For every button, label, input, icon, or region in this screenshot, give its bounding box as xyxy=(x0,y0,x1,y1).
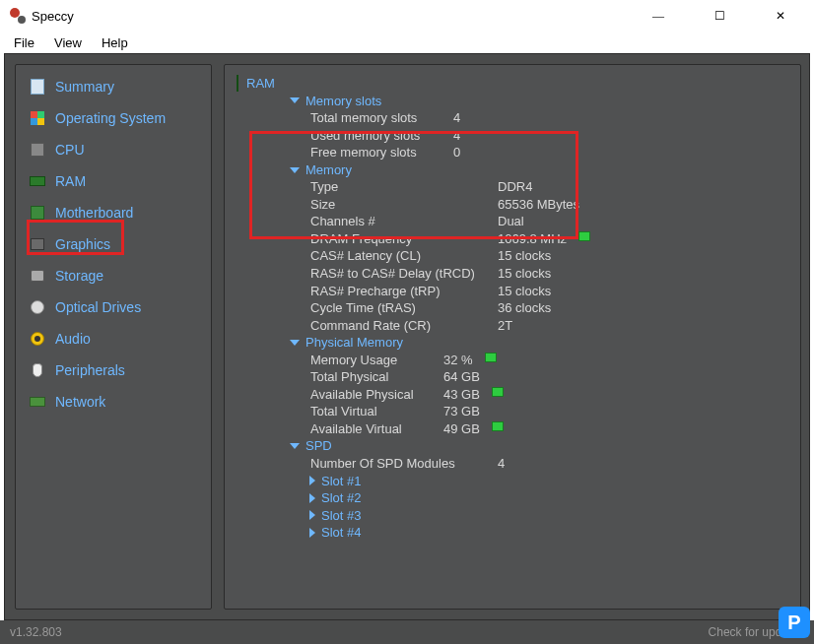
spd-slot-item[interactable]: Slot #2 xyxy=(237,489,790,507)
kv-row: Available Virtual49 GB xyxy=(237,420,790,438)
sidebar-item-label: Motherboard xyxy=(55,205,133,221)
menu-view[interactable]: View xyxy=(48,33,88,52)
kv-value: 15 clocks xyxy=(498,247,551,265)
kv-key: CAS# Latency (CL) xyxy=(310,247,498,265)
sidebar-item-label: RAM xyxy=(55,173,86,189)
ram-icon xyxy=(237,75,238,93)
kv-row: Available Physical43 GB xyxy=(237,386,790,404)
kv-value: 32 % xyxy=(443,352,473,369)
subsection-memory-slots[interactable]: Memory slots xyxy=(237,93,790,110)
peripherals-icon xyxy=(30,362,45,378)
content-panel: RAM Memory slots Total memory slots4Used… xyxy=(224,64,801,610)
kv-row: RAS# to CAS# Delay (tRCD)15 clocks xyxy=(237,265,790,283)
sidebar-item-peripherals[interactable]: Peripherals xyxy=(20,354,207,386)
indicator-icon xyxy=(485,353,497,362)
kv-key: Channels # xyxy=(310,213,498,230)
sidebar-item-storage[interactable]: Storage xyxy=(20,260,207,291)
storage-icon xyxy=(30,268,45,284)
menu-file[interactable]: File xyxy=(8,33,40,52)
sidebar-item-os[interactable]: Operating System xyxy=(20,102,207,134)
window-title: Speccy xyxy=(32,9,637,24)
sidebar-item-ram[interactable]: RAM xyxy=(20,165,207,197)
expand-arrow-icon xyxy=(290,443,300,449)
indicator-icon xyxy=(578,231,590,241)
kv-row: CAS# Latency (CL)15 clocks xyxy=(237,247,790,265)
kv-key: Total Physical xyxy=(310,368,443,386)
menu-help[interactable]: Help xyxy=(96,33,134,52)
sidebar-item-label: Peripherals xyxy=(55,362,125,378)
indicator-icon xyxy=(492,421,504,431)
sidebar-item-label: Network xyxy=(55,394,105,410)
kv-value: 0 xyxy=(453,144,460,161)
close-button[interactable]: ✕ xyxy=(759,2,802,30)
kv-key: Available Virtual xyxy=(310,420,443,438)
kv-value: 2T xyxy=(498,317,512,335)
kv-row: RAS# Precharge (tRP)15 clocks xyxy=(237,283,790,300)
kv-row: Total memory slots4 xyxy=(237,109,790,127)
sidebar-item-label: Storage xyxy=(55,268,103,284)
spd-module-count-row: Number Of SPD Modules 4 xyxy=(237,455,790,473)
sidebar-item-audio[interactable]: Audio xyxy=(20,323,207,354)
kv-key: Size xyxy=(310,196,498,214)
sidebar-item-summary[interactable]: Summary xyxy=(20,71,207,102)
collapse-arrow-icon xyxy=(309,510,315,520)
spd-slot-item[interactable]: Slot #4 xyxy=(237,524,790,542)
kv-row: DRAM Frequency1069.8 MHz xyxy=(237,230,790,248)
sidebar-item-cpu[interactable]: CPU xyxy=(20,134,207,165)
sidebar: Summary Operating System CPU RAM Motherb… xyxy=(15,64,212,610)
kv-value: 15 clocks xyxy=(498,265,551,283)
workspace: Summary Operating System CPU RAM Motherb… xyxy=(4,53,810,620)
kv-value: 4 xyxy=(453,109,460,127)
collapse-arrow-icon xyxy=(309,476,315,485)
kv-value: 15 clocks xyxy=(498,283,551,300)
section-ram[interactable]: RAM xyxy=(237,75,790,93)
sidebar-item-label: CPU xyxy=(55,142,85,158)
kv-row: Used memory slots4 xyxy=(237,127,790,145)
expand-arrow-icon xyxy=(290,167,300,173)
menubar: File View Help xyxy=(0,32,814,53)
kv-value: Dual xyxy=(498,213,524,230)
kv-key: Memory Usage xyxy=(310,352,443,369)
collapse-arrow-icon xyxy=(309,493,315,503)
os-icon xyxy=(30,110,45,126)
motherboard-icon xyxy=(30,205,45,221)
cpu-icon xyxy=(30,142,45,158)
spd-slot-item[interactable]: Slot #3 xyxy=(237,507,790,525)
summary-icon xyxy=(30,79,45,95)
kv-value: 36 clocks xyxy=(498,299,551,317)
titlebar: Speccy — ☐ ✕ xyxy=(0,0,814,32)
slot-label: Slot #4 xyxy=(321,524,361,542)
maximize-button[interactable]: ☐ xyxy=(698,2,741,30)
subsection-spd[interactable]: SPD xyxy=(237,437,790,455)
kv-value: 65536 MBytes xyxy=(498,196,579,214)
kv-value: 4 xyxy=(498,455,505,473)
subsection-label: Memory xyxy=(305,161,352,179)
kv-key: Command Rate (CR) xyxy=(310,317,498,335)
section-title: RAM xyxy=(246,75,275,93)
spd-slot-item[interactable]: Slot #1 xyxy=(237,473,790,490)
sidebar-item-motherboard[interactable]: Motherboard xyxy=(20,197,207,228)
kv-key: RAS# to CAS# Delay (tRCD) xyxy=(310,265,498,283)
network-icon xyxy=(30,394,45,410)
slot-label: Slot #2 xyxy=(321,489,361,507)
sidebar-item-label: Summary xyxy=(55,79,114,95)
subsection-label: Physical Memory xyxy=(305,334,403,352)
kv-key: Type xyxy=(310,178,498,196)
kv-row: Total Virtual73 GB xyxy=(237,403,790,420)
kv-key: Cycle Time (tRAS) xyxy=(310,299,498,317)
kv-key: Total memory slots xyxy=(310,109,453,127)
optical-icon xyxy=(30,299,45,315)
kv-row: Command Rate (CR)2T xyxy=(237,317,790,335)
kv-row: Size65536 MBytes xyxy=(237,196,790,214)
subsection-memory[interactable]: Memory xyxy=(237,161,790,179)
subsection-label: SPD xyxy=(305,437,332,455)
expand-arrow-icon xyxy=(290,97,300,103)
kv-key: Used memory slots xyxy=(310,127,453,145)
kv-row: Channels #Dual xyxy=(237,213,790,230)
subsection-physical-memory[interactable]: Physical Memory xyxy=(237,334,790,352)
sidebar-item-optical[interactable]: Optical Drives xyxy=(20,291,207,323)
sidebar-item-label: Operating System xyxy=(55,110,166,126)
sidebar-item-network[interactable]: Network xyxy=(20,386,207,418)
minimize-button[interactable]: — xyxy=(637,2,680,30)
sidebar-item-graphics[interactable]: Graphics xyxy=(20,228,207,260)
